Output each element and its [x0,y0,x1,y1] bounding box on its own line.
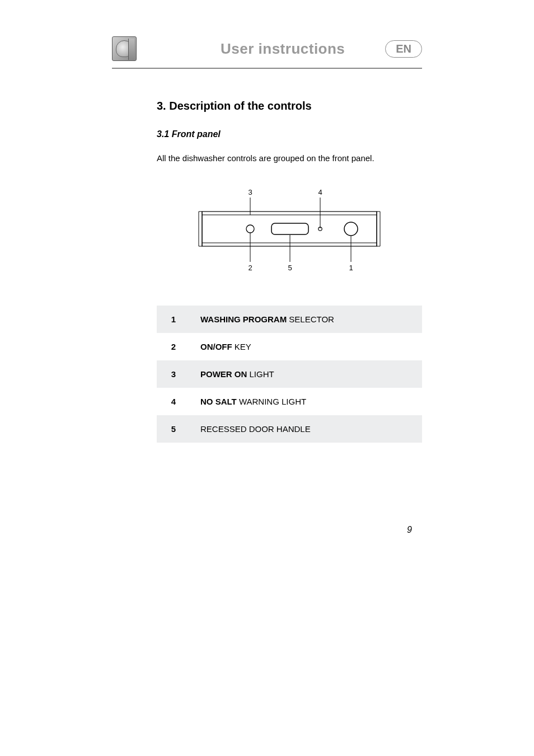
intro-text: All the dishwasher controls are grouped … [157,153,422,163]
control-number: 5 [157,415,190,443]
svg-point-5 [246,225,254,233]
page-header: User instructions EN [112,36,422,69]
control-description: ON/OFF KEY [190,333,422,360]
table-row: 5RECESSED DOOR HANDLE [157,415,422,443]
language-badge: EN [385,40,422,58]
control-description: POWER ON LIGHT [190,360,422,388]
subsection-title: 3.1 Front panel [157,129,422,139]
callout-label-3: 3 [248,188,252,196]
control-number: 2 [157,333,190,360]
control-description: NO SALT WARNING LIGHT [190,388,422,415]
svg-rect-2 [202,212,377,246]
control-number: 1 [157,306,190,333]
callout-label-5: 5 [288,264,292,272]
front-panel-diagram: 3 4 [157,188,422,275]
callout-label-2: 2 [248,264,252,272]
control-description: RECESSED DOOR HANDLE [190,415,422,443]
svg-point-8 [344,222,358,236]
header-left-group: User instructions [112,36,345,61]
table-row: 3POWER ON LIGHT [157,360,422,388]
appliance-icon [112,36,137,61]
callout-label-1: 1 [349,264,353,272]
callout-label-4: 4 [318,188,322,196]
table-row: 1WASHING PROGRAM SELECTOR [157,306,422,333]
content-area: 3. Description of the controls 3.1 Front… [112,100,422,443]
page-container: User instructions EN 3. Description of t… [0,0,534,756]
control-number: 3 [157,360,190,388]
controls-table: 1WASHING PROGRAM SELECTOR2ON/OFF KEY3POW… [157,306,422,443]
page-number: 9 [407,525,412,535]
control-description: WASHING PROGRAM SELECTOR [190,306,422,333]
table-row: 4NO SALT WARNING LIGHT [157,388,422,415]
section-title: 3. Description of the controls [157,100,422,112]
header-title: User instructions [221,40,345,58]
control-number: 4 [157,388,190,415]
panel-svg: 3 4 [194,188,385,275]
table-row: 2ON/OFF KEY [157,333,422,360]
svg-rect-6 [271,223,308,234]
